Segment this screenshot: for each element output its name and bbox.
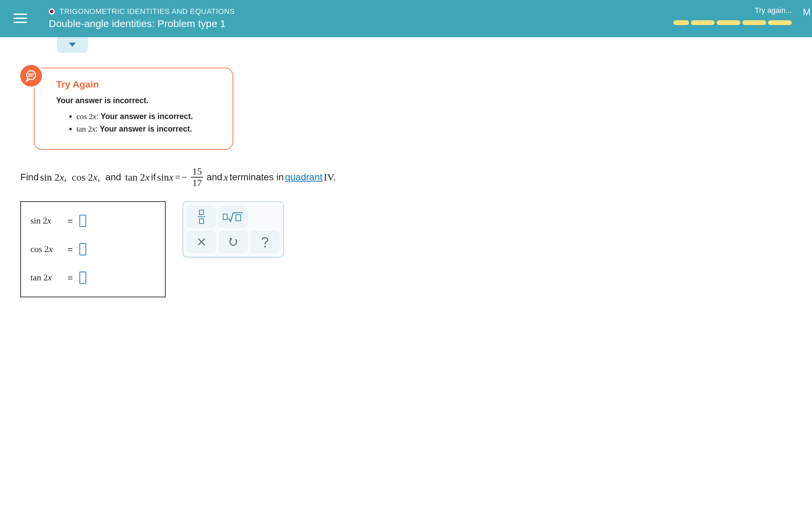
q-sin: sinx bbox=[157, 171, 173, 183]
math-arg: 2x bbox=[89, 112, 96, 121]
progress-pills bbox=[673, 20, 792, 25]
frac-num: 15 bbox=[191, 167, 203, 177]
work-row: sin 2x = cos 2x = tan 2x = bbox=[20, 201, 792, 297]
palette-undo-button[interactable] bbox=[219, 231, 247, 253]
q-fraction: 15 17 bbox=[191, 167, 203, 188]
math-fn: cos bbox=[76, 112, 87, 121]
progress-pill bbox=[768, 20, 792, 25]
q-term: sin 2x, bbox=[40, 171, 66, 183]
answer-row-tan: tan 2x = bbox=[30, 272, 156, 284]
q-term: cos 2x, bbox=[72, 171, 100, 183]
header-right: Try again... bbox=[673, 6, 792, 25]
feedback-wrapper: Try Again Your answer is incorrect. cos … bbox=[34, 68, 792, 150]
feedback-chat-icon bbox=[18, 63, 44, 89]
answer-label: tan 2x bbox=[30, 273, 61, 283]
content-area: Try Again Your answer is incorrect. cos … bbox=[0, 37, 812, 311]
app-header: TRIGONOMETRIC IDENTITIES AND EQUATIONS D… bbox=[0, 0, 812, 37]
quadrant-link[interactable]: quadrant bbox=[285, 172, 322, 183]
q-mid1: if bbox=[151, 172, 156, 183]
undo-icon bbox=[228, 237, 238, 247]
svg-rect-8 bbox=[236, 215, 241, 221]
answer-label: cos 2x bbox=[30, 244, 61, 254]
feedback-item: cos 2x: Your answer is incorrect. bbox=[76, 112, 218, 121]
question-text: Find sin 2x, cos 2x, and tan 2x if sinx … bbox=[20, 167, 792, 188]
q-xvar: x bbox=[224, 171, 228, 183]
palette-help-button[interactable] bbox=[251, 231, 279, 253]
feedback-msg: Your answer is incorrect. bbox=[101, 112, 193, 121]
q-quad: IV. bbox=[324, 171, 336, 183]
q-mid3: terminates in bbox=[230, 172, 284, 183]
x-icon bbox=[197, 238, 206, 246]
feedback-title: Try Again bbox=[56, 79, 218, 90]
sqrt-icon bbox=[222, 211, 244, 223]
topic-dot-icon bbox=[49, 9, 55, 15]
palette-clear-button[interactable] bbox=[187, 231, 216, 253]
q-neg: − bbox=[182, 171, 188, 183]
svg-rect-4 bbox=[200, 210, 203, 215]
q-eq: = bbox=[175, 171, 180, 183]
progress-pill bbox=[691, 20, 715, 25]
question-icon bbox=[261, 236, 270, 248]
speech-bubble-icon bbox=[24, 69, 38, 83]
q-term: tan 2x bbox=[125, 171, 149, 183]
edge-label: M bbox=[803, 7, 811, 18]
q-and: and bbox=[105, 172, 124, 183]
tan2x-input[interactable] bbox=[79, 272, 86, 284]
q-pre: Find bbox=[20, 172, 39, 183]
answer-label: sin 2x bbox=[30, 216, 61, 226]
answer-row-sin: sin 2x = bbox=[30, 215, 156, 227]
feedback-item: tan 2x: Your answer is incorrect. bbox=[76, 125, 218, 133]
frac-den: 17 bbox=[192, 177, 202, 188]
answer-box: sin 2x = cos 2x = tan 2x = bbox=[20, 201, 166, 297]
q-mid2: and bbox=[206, 172, 222, 183]
feedback-msg: Your answer is incorrect. bbox=[100, 125, 192, 133]
sin2x-input[interactable] bbox=[79, 215, 86, 227]
attempt-status: Try again... bbox=[673, 6, 792, 15]
math-arg: 2x bbox=[88, 125, 96, 133]
feedback-subtitle: Your answer is incorrect. bbox=[56, 96, 218, 105]
progress-pill bbox=[673, 20, 689, 25]
svg-point-1 bbox=[27, 71, 35, 80]
palette-empty bbox=[251, 206, 279, 228]
answer-row-cos: cos 2x = bbox=[30, 243, 156, 255]
equals-sign: = bbox=[68, 244, 73, 255]
svg-point-12 bbox=[264, 246, 266, 247]
feedback-list: cos 2x: Your answer is incorrect. tan 2x… bbox=[56, 112, 218, 133]
equals-sign: = bbox=[68, 273, 73, 283]
equals-sign: = bbox=[68, 216, 73, 226]
svg-rect-7 bbox=[223, 214, 227, 219]
svg-rect-6 bbox=[200, 219, 203, 224]
math-palette bbox=[183, 201, 284, 257]
menu-button[interactable] bbox=[14, 11, 28, 26]
cos2x-input[interactable] bbox=[79, 243, 86, 255]
progress-pill bbox=[717, 20, 740, 25]
topic-name: TRIGONOMETRIC IDENTITIES AND EQUATIONS bbox=[59, 7, 235, 16]
math-fn: tan bbox=[76, 125, 86, 133]
palette-fraction-button[interactable] bbox=[187, 206, 216, 228]
palette-sqrt-button[interactable] bbox=[219, 206, 247, 228]
fraction-icon bbox=[197, 209, 206, 224]
feedback-box: Try Again Your answer is incorrect. cos … bbox=[34, 68, 233, 150]
progress-pill bbox=[742, 20, 766, 25]
